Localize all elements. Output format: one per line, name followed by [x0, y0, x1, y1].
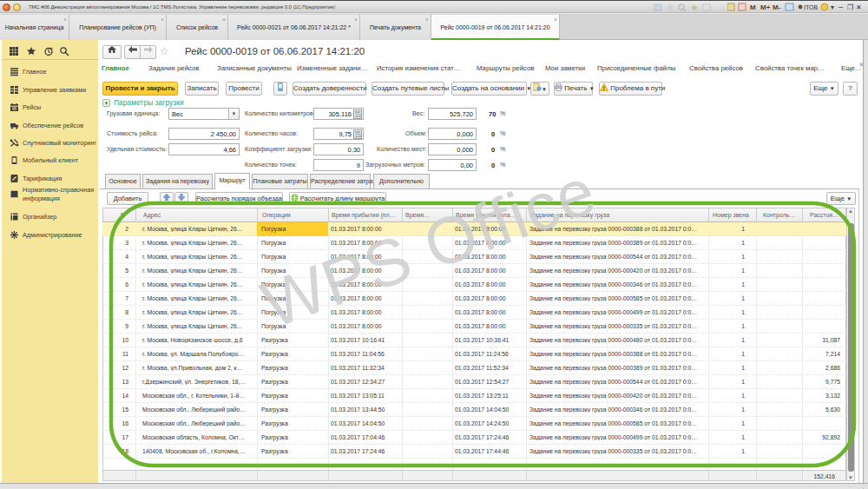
svg-text:!: !: [602, 85, 604, 91]
svg-text:▾: ▾: [831, 3, 834, 11]
svg-text:–: –: [838, 3, 843, 11]
svg-text:M+: M+: [760, 3, 771, 11]
svg-text:M: M: [750, 3, 756, 11]
svg-text:❐: ❐: [847, 3, 853, 11]
svg-text:ITOB: ITOB: [804, 4, 819, 10]
svg-text:M-: M-: [773, 3, 781, 11]
svg-text:✕: ✕: [856, 3, 862, 11]
